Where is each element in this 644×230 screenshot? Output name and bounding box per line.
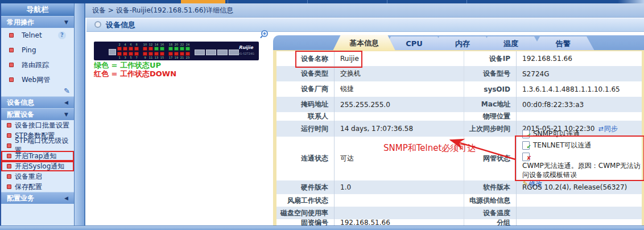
table-row: 硬件版本1.0软件版本RGOS 10.2(4), Release(56327)	[276, 180, 642, 194]
sidebar-item[interactable]: 设备重启	[1, 171, 74, 182]
panel-header: 设备信息	[86, 18, 644, 32]
sidebar-item[interactable]: 保存配置	[1, 182, 74, 192]
bullet-icon	[7, 174, 11, 179]
port-bottom-labels: 1357	[117, 56, 139, 59]
port-number-label: 14	[154, 43, 159, 46]
port-number-label: 6	[128, 43, 134, 46]
row-value	[517, 194, 642, 207]
bullet-icon	[7, 164, 11, 169]
sidebar-item[interactable]: 路由跟踪	[1, 57, 74, 72]
port-led	[129, 52, 133, 56]
port-led	[148, 47, 153, 51]
row-value	[517, 112, 642, 121]
top-bar-divider	[307, 0, 308, 3]
device-brand-logo: Ruijie	[238, 45, 253, 50]
port-led	[168, 47, 173, 51]
row-label: 设备名称	[276, 51, 335, 66]
row-label: 设备IP	[464, 51, 517, 66]
sidebar-item-label: 设备重启	[15, 172, 42, 182]
row-value: 1.0	[335, 180, 464, 194]
device-front-panel-image: 246813571012141691113151820222417192123 …	[94, 42, 259, 60]
legend-down-text: 红色 = 工作状态DOWN	[94, 69, 176, 79]
sidebar-section-header[interactable]: 配置业务◀	[1, 192, 74, 204]
sidebar-item[interactable]: 设备接口批量设置	[1, 120, 74, 130]
top-menu-fragment	[181, 0, 225, 3]
port-top-labels: 2468	[117, 43, 139, 46]
edit-pencil-icon[interactable]: ✎	[64, 87, 72, 95]
port-group: 1820222417192123	[168, 43, 191, 59]
port-number-label: 21	[179, 56, 185, 59]
sidebar-item[interactable]: Telnet?	[1, 28, 74, 43]
sidebar-section-header[interactable]: 设备信息◀	[1, 96, 74, 108]
port-number-label: 24	[185, 43, 191, 46]
port-led	[180, 52, 184, 56]
row-value	[335, 194, 464, 207]
chevron-down-icon: ▼	[64, 109, 68, 120]
table-row: 风扇工作状态电源供给信息	[276, 194, 642, 207]
sidebar-item[interactable]: Ping	[1, 43, 74, 57]
row-value: S2724G	[517, 66, 642, 81]
port-led	[154, 47, 159, 51]
row-label: sysOID	[464, 81, 517, 97]
tab-告警[interactable]: 告警	[532, 36, 595, 51]
row-value: SNMP可以连通TENLNET可以连通CWMP无法连通。原因：CWMP无法访问设…	[517, 137, 642, 180]
sidebar-item[interactable]: 开启Trap通知	[1, 151, 74, 161]
port-top-labels: 18202224	[168, 43, 191, 46]
port-bottom-labels: 9111315	[142, 56, 165, 59]
port-number-label: 20	[174, 43, 179, 46]
tab-基本信息[interactable]: 基本信息	[333, 35, 395, 51]
sidebar-section-header[interactable]: 配置设备▼	[1, 108, 74, 120]
status-text: SNMP可以连通	[533, 129, 580, 138]
sidebar-item-label: Web网管	[22, 75, 50, 85]
sidebar-item[interactable]: STP端口优先级设置	[1, 141, 74, 151]
row-value	[517, 207, 642, 219]
port-number-label: 5	[128, 56, 134, 59]
sfp-slot	[195, 50, 205, 55]
sfp-slot	[217, 50, 228, 55]
port-led-row	[117, 46, 139, 51]
row-value: Ruijie	[335, 51, 464, 66]
bullet-icon	[7, 123, 11, 128]
sidebar-section-header[interactable]: 常用操作▼	[1, 16, 74, 28]
port-top-labels: 10121416	[142, 43, 165, 46]
row-value: 192.168.51.66	[517, 51, 642, 66]
top-bar-divider	[228, 0, 228, 3]
row-value	[335, 112, 464, 121]
bullet-icon	[7, 154, 11, 158]
sidebar-item-list: 设备接口批量设置STP参数配置STP端口优先级设置开启Trap通知开启Syslo…	[1, 120, 74, 192]
bullet-icon	[9, 63, 14, 67]
port-number-label: 4	[122, 43, 128, 46]
port-led	[168, 52, 173, 56]
row-label: 联系人	[276, 112, 335, 121]
app-window: 导航栏 常用操作▼Telnet?Ping路由跟踪Web网管✎设备信息◀配置设备▼…	[0, 0, 644, 230]
port-led	[117, 52, 122, 56]
row-label: 掩码地址	[276, 97, 335, 112]
tab-温度[interactable]: 温度	[480, 36, 542, 51]
sidebar-item[interactable]: 开启Syslog通知	[1, 161, 74, 171]
annotation-text: SNMP和Telnet必须可达	[383, 143, 476, 154]
top-bar-divider	[387, 0, 387, 3]
port-led	[180, 47, 184, 51]
console-port	[109, 49, 116, 55]
help-icon[interactable]: ?	[58, 31, 66, 39]
magnifier-zoom-icon[interactable]	[259, 30, 269, 39]
sidebar-item[interactable]: Web网管	[1, 72, 74, 87]
sidebar-item-label: 路由跟踪	[22, 60, 49, 70]
port-number-label: 19	[174, 56, 179, 59]
row-value: 255.255.255.0	[335, 97, 464, 112]
sidebar-item-label: 开启Trap通知	[15, 151, 56, 161]
row-value: 交换机	[335, 66, 464, 81]
sidebar-splitter[interactable]	[74, 3, 84, 227]
port-led-row	[168, 46, 191, 51]
port-number-label: 8	[134, 43, 139, 46]
row-value: 锐捷	[335, 81, 464, 97]
row-value: 14 days, 17:07:36.58	[335, 121, 464, 137]
sidebar-item-list: Telnet?Ping路由跟踪Web网管✎	[1, 28, 74, 96]
port-led	[154, 52, 159, 56]
main-area: 设备 > 设备-Ruijie(192.168.51.66)详细信息 设备信息 2…	[84, 0, 644, 230]
breadcrumb[interactable]: 设备 > 设备-Ruijie(192.168.51.66)详细信息	[85, 3, 644, 18]
row-value: 00:d0:f8:22:33:a3	[517, 97, 642, 112]
row-label: 风扇工作状态	[276, 194, 335, 207]
port-led	[174, 52, 179, 56]
row-label: 上次同步时间	[464, 121, 517, 137]
